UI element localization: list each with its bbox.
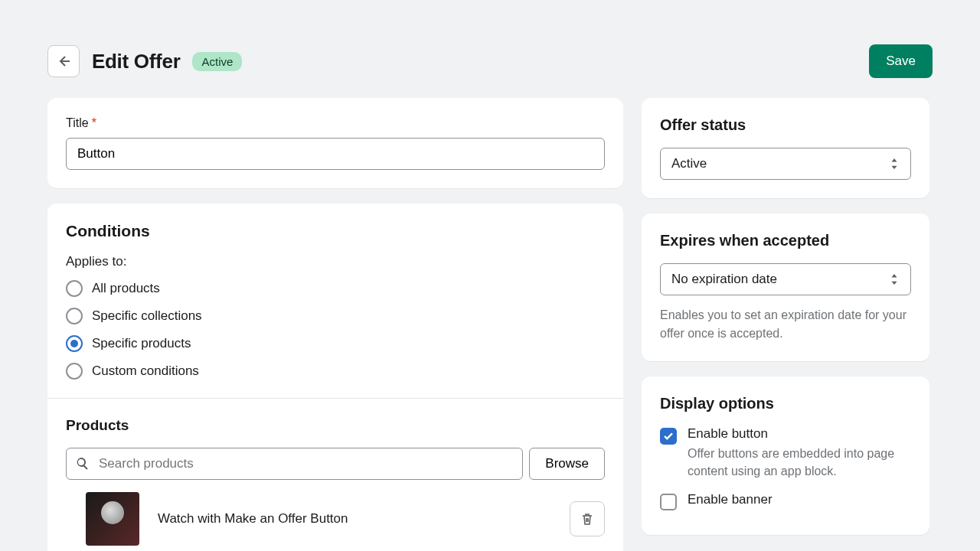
enable-button-label: Enable button — [688, 426, 911, 442]
product-row: Watch with Make an Offer Button — [66, 492, 605, 546]
page-header: Edit Offer Active Save — [47, 44, 933, 78]
page-title: Edit Offer — [92, 50, 180, 73]
radio-specific-collections[interactable]: Specific collections — [66, 308, 605, 324]
offer-status-card: Offer status Active — [642, 98, 929, 198]
product-thumbnail — [86, 492, 139, 546]
enable-button-desc: Offer buttons are embedded into page con… — [688, 445, 911, 480]
radio-specific-products[interactable]: Specific products — [66, 335, 605, 352]
expires-heading: Expires when accepted — [660, 232, 911, 249]
enable-banner-row: Enable banner — [660, 492, 911, 510]
search-icon — [75, 456, 90, 471]
remove-product-button[interactable] — [570, 501, 605, 536]
radio-custom-conditions[interactable]: Custom conditions — [66, 363, 605, 380]
trash-icon — [580, 511, 595, 527]
browse-button[interactable]: Browse — [529, 448, 605, 480]
conditions-card: Conditions Applies to: All products Spec… — [47, 204, 623, 551]
display-options-heading: Display options — [660, 395, 911, 412]
expires-help: Enables you to set an expiration date fo… — [660, 306, 911, 343]
title-input[interactable] — [66, 138, 605, 170]
title-card: Title * — [47, 98, 623, 188]
conditions-heading: Conditions — [66, 222, 605, 240]
required-indicator: * — [92, 116, 96, 130]
applies-to-label: Applies to: — [66, 254, 605, 269]
product-search-input[interactable] — [66, 448, 523, 480]
arrow-left-icon — [56, 54, 71, 69]
offer-status-select[interactable]: Active — [660, 148, 911, 180]
radio-icon — [66, 280, 83, 297]
save-button[interactable]: Save — [869, 44, 933, 78]
header-left: Edit Offer Active — [47, 45, 242, 77]
display-options-card: Display options Enable button Offer butt… — [642, 377, 929, 535]
expires-card: Expires when accepted No expiration date… — [642, 214, 929, 361]
radio-all-products[interactable]: All products — [66, 280, 605, 297]
status-badge: Active — [192, 52, 242, 71]
back-button[interactable] — [47, 45, 80, 77]
enable-banner-checkbox[interactable] — [660, 494, 677, 510]
products-heading: Products — [66, 417, 605, 434]
radio-icon — [66, 335, 83, 352]
radio-icon — [66, 308, 83, 324]
expires-select[interactable]: No expiration date — [660, 263, 911, 295]
offer-status-heading: Offer status — [660, 116, 911, 134]
chevron-updown-icon — [889, 158, 900, 169]
radio-icon — [66, 363, 83, 380]
enable-button-checkbox[interactable] — [660, 428, 677, 445]
applies-to-radio-group: All products Specific collections Specif… — [66, 280, 605, 380]
check-icon — [663, 431, 674, 442]
chevron-updown-icon — [889, 274, 900, 285]
title-label: Title * — [66, 116, 605, 130]
product-search-wrap — [66, 448, 523, 480]
product-name: Watch with Make an Offer Button — [158, 511, 551, 527]
enable-button-row: Enable button Offer buttons are embedded… — [660, 426, 911, 480]
enable-banner-label: Enable banner — [688, 492, 911, 507]
